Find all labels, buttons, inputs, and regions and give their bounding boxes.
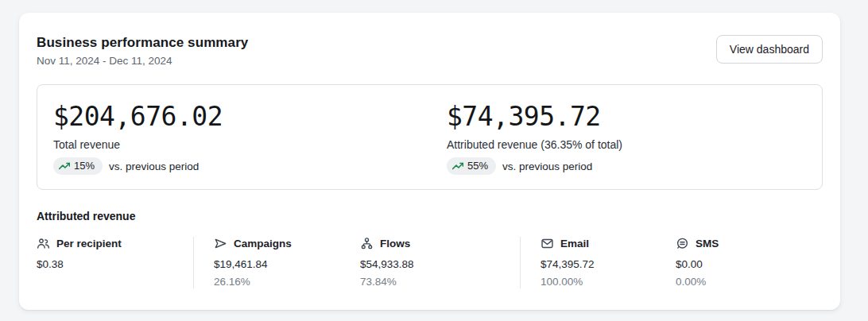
metric-percent: 73.84% (360, 276, 510, 288)
metric-value: $0.00 (676, 258, 813, 270)
trending-up-icon (452, 160, 463, 172)
attributed-revenue-section-title: Attributed revenue (37, 210, 823, 222)
flow-icon (360, 237, 374, 250)
metric-percent: 0.00% (676, 276, 813, 288)
vertical-divider (193, 237, 194, 288)
business-performance-card: Business performance summary Nov 11, 202… (19, 13, 840, 310)
attributed-revenue-value: $74,395.72 (447, 101, 806, 133)
metric-percent: 100.00% (541, 276, 666, 288)
metric-per-recipient: Per recipient $0.38 (37, 237, 193, 288)
attributed-revenue-label: Attributed revenue (36.35% of total) (447, 138, 806, 151)
send-icon (214, 237, 227, 250)
attributed-revenue-metrics-row: Per recipient $0.38 Campaigns $19,461.84… (37, 237, 823, 288)
total-revenue-change-row: 15% vs. previous period (53, 157, 447, 175)
attributed-revenue-stat: $74,395.72 Attributed revenue (36.35% of… (447, 101, 806, 175)
metric-percent (37, 276, 184, 288)
users-icon (37, 237, 50, 250)
total-revenue-label: Total revenue (53, 138, 447, 151)
metric-sms: SMS $0.00 0.00% (676, 237, 823, 288)
attributed-revenue-change-suffix: vs. previous period (502, 160, 592, 172)
metric-value: $19,461.84 (214, 258, 351, 270)
metric-label: Flows (380, 238, 410, 249)
metric-label: Per recipient (56, 238, 122, 249)
metric-label: SMS (696, 238, 719, 249)
date-range: Nov 11, 2024 - Dec 11, 2024 (37, 55, 248, 67)
attributed-revenue-change-row: 55% vs. previous period (447, 157, 806, 175)
trending-up-icon (59, 160, 70, 172)
total-revenue-change-value: 15% (74, 160, 95, 172)
metric-value: $54,933.88 (360, 258, 510, 270)
metric-label: Email (560, 238, 589, 249)
total-revenue-change-badge: 15% (53, 157, 103, 175)
metric-email: Email $74,395.72 100.00% (541, 237, 676, 288)
total-revenue-change-suffix: vs. previous period (109, 160, 199, 172)
attributed-revenue-change-badge: 55% (447, 157, 496, 175)
revenue-summary-box: $204,676.02 Total revenue 15% vs. previo… (37, 84, 823, 190)
mail-icon (541, 237, 554, 250)
metric-flows: Flows $54,933.88 73.84% (360, 237, 520, 288)
attributed-revenue-change-value: 55% (467, 160, 488, 172)
metric-campaigns: Campaigns $19,461.84 26.16% (214, 237, 360, 288)
vertical-divider (520, 237, 521, 288)
chat-bubble-icon (676, 237, 689, 250)
page-title: Business performance summary (37, 35, 248, 51)
metric-value: $0.38 (37, 258, 184, 270)
view-dashboard-button[interactable]: View dashboard (716, 35, 823, 64)
metric-percent: 26.16% (214, 276, 351, 288)
metric-value: $74,395.72 (541, 258, 666, 270)
card-header: Business performance summary Nov 11, 202… (19, 13, 840, 84)
total-revenue-stat: $204,676.02 Total revenue 15% vs. previo… (53, 101, 447, 175)
metric-label: Campaigns (234, 238, 292, 249)
total-revenue-value: $204,676.02 (53, 101, 447, 133)
header-text-block: Business performance summary Nov 11, 202… (37, 35, 248, 67)
